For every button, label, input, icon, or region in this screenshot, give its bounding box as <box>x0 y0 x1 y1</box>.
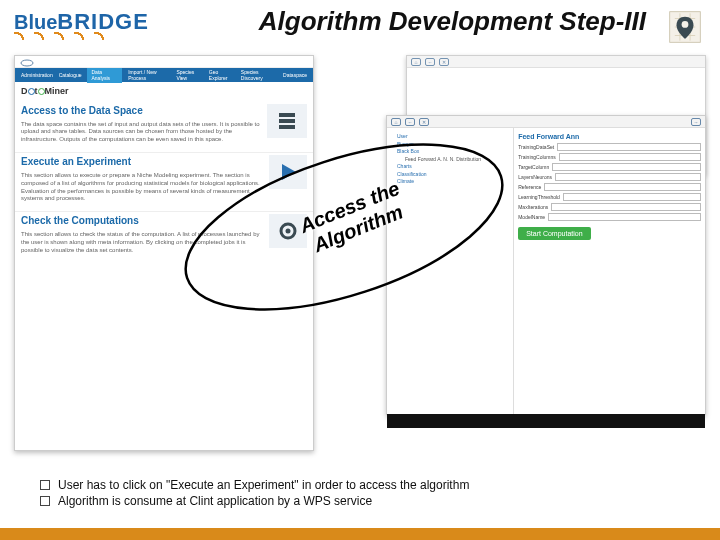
field-label: MaxIterations <box>518 204 548 211</box>
field-label: ModelName <box>518 214 545 221</box>
svg-point-1 <box>682 21 689 28</box>
field-label: TrainingDataSet <box>518 144 554 151</box>
field-input[interactable] <box>555 173 701 181</box>
taskbar <box>387 414 705 428</box>
map-pin-icon <box>668 10 702 44</box>
toolbar: ⌂ ← ✕ <box>407 56 705 68</box>
nav-item[interactable]: Catalogue <box>59 72 82 79</box>
form-title: Feed Forward Ann <box>518 132 701 141</box>
back-icon[interactable]: ← <box>405 118 415 126</box>
dataminer-brand: DtMiner <box>15 82 313 102</box>
nav-item[interactable]: Import / New Process <box>128 69 170 82</box>
bullet-text: User has to click on "Execute an Experim… <box>58 478 469 492</box>
bullet-list: User has to click on "Execute an Experim… <box>40 476 469 510</box>
toolbar-icon[interactable]: ✕ <box>439 58 449 66</box>
checkbox-icon <box>40 496 50 506</box>
field-input[interactable] <box>548 213 701 221</box>
toolbar-icon[interactable]: ⌂ <box>411 58 421 66</box>
nav-item[interactable]: Geo Explorer <box>209 69 235 82</box>
svg-point-2 <box>21 60 33 66</box>
remove-icon[interactable]: ✕ <box>419 118 429 126</box>
checkbox-icon <box>40 480 50 490</box>
toolbar: ⌂ ← ✕ → <box>387 116 705 128</box>
field-input[interactable] <box>544 183 701 191</box>
nav-item[interactable]: Species Discovery <box>241 69 277 82</box>
svg-rect-4 <box>279 119 295 123</box>
goto-icon[interactable]: → <box>691 118 701 126</box>
field-label: Reference <box>518 184 541 191</box>
toolbar-icon[interactable]: ← <box>425 58 435 66</box>
slide-title: Algorithm Development Step-III <box>259 6 646 37</box>
field-label: LayersNeurons <box>518 174 552 181</box>
field-input[interactable] <box>559 153 701 161</box>
svg-rect-3 <box>279 113 295 117</box>
nav-item[interactable]: Administration <box>21 72 53 79</box>
svg-rect-5 <box>279 125 295 129</box>
start-computation-button[interactable]: Start Computation <box>518 227 590 240</box>
field-label: TrainingColumns <box>518 154 556 161</box>
nav-item[interactable]: Data Analysis <box>87 68 122 83</box>
field-label: LearningThreshold <box>518 194 560 201</box>
home-icon[interactable]: ⌂ <box>391 118 401 126</box>
field-input[interactable] <box>551 203 701 211</box>
field-input[interactable] <box>563 193 701 201</box>
algorithm-form: Feed Forward Ann TrainingDataSet Trainin… <box>514 128 705 414</box>
field-input[interactable] <box>557 143 701 151</box>
portal-navbar: Administration Catalogue Data Analysis I… <box>15 68 313 82</box>
logo-wave <box>14 30 114 40</box>
bullet-text: Algorithm is consume at Clint applicatio… <box>58 494 372 508</box>
nav-item[interactable]: Dataspace <box>283 72 307 79</box>
field-label: TargetColumn <box>518 164 549 171</box>
field-input[interactable] <box>552 163 701 171</box>
footer-bar <box>0 528 720 540</box>
cloud-icon <box>19 57 35 67</box>
dataspace-icon <box>267 104 307 138</box>
nav-item[interactable]: Species View <box>176 69 202 82</box>
